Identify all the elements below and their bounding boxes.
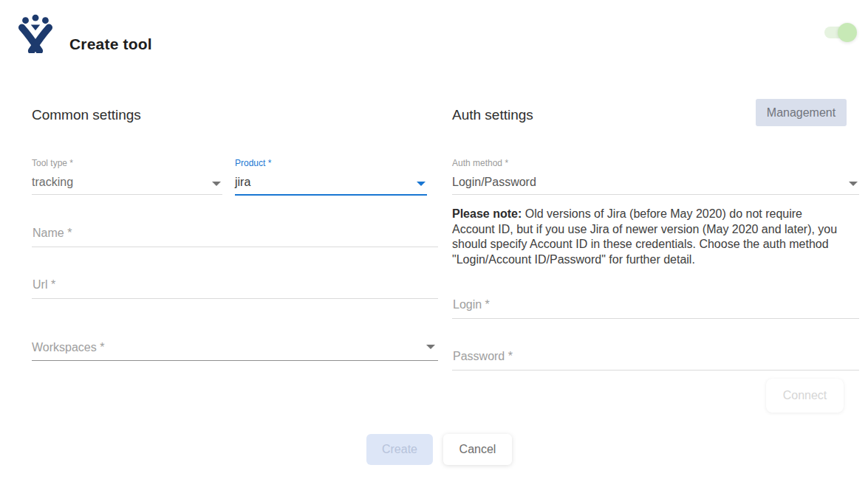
auth-method-select[interactable]: Auth method * Login/Password (452, 158, 859, 195)
auth-note-lead: Please note: (452, 207, 522, 220)
tool-type-label: Tool type * (32, 158, 222, 168)
product-label: Product * (235, 158, 427, 168)
login-input[interactable] (452, 297, 859, 319)
common-settings-heading: Common settings (32, 107, 141, 123)
field-underline (32, 194, 222, 195)
field-underline-focused (235, 194, 427, 196)
create-button[interactable]: Create (366, 434, 433, 465)
chevron-down-icon (212, 182, 221, 186)
auth-note: Please note: Old versions of Jira (befor… (452, 207, 844, 267)
chevron-down-icon (417, 182, 426, 186)
chevron-down-icon (426, 345, 435, 349)
workspaces-select[interactable]: Workspaces * (32, 336, 438, 361)
enabled-toggle[interactable] (824, 22, 858, 43)
field-underline (32, 360, 438, 361)
page-title: Create tool (69, 35, 152, 53)
management-button[interactable]: Management (756, 99, 847, 126)
product-value: jira (235, 174, 427, 190)
connect-button[interactable]: Connect (766, 379, 844, 413)
auth-method-value: Login/Password (452, 174, 859, 190)
workspaces-placeholder: Workspaces * (32, 340, 438, 356)
create-tool-dialog: Create tool Common settings Auth setting… (0, 0, 868, 479)
name-input[interactable] (32, 226, 438, 247)
field-underline (452, 194, 859, 195)
jira-logo-icon (18, 13, 53, 53)
cancel-button[interactable]: Cancel (443, 434, 512, 465)
url-input[interactable] (32, 278, 438, 299)
auth-method-label: Auth method * (452, 158, 859, 168)
password-input[interactable] (452, 349, 859, 371)
tool-type-select[interactable]: Tool type * tracking (32, 158, 222, 195)
chevron-down-icon (849, 182, 858, 186)
tool-type-value: tracking (32, 174, 222, 190)
product-select[interactable]: Product * jira (235, 158, 427, 195)
auth-settings-heading: Auth settings (452, 107, 533, 123)
toggle-thumb (838, 23, 857, 42)
